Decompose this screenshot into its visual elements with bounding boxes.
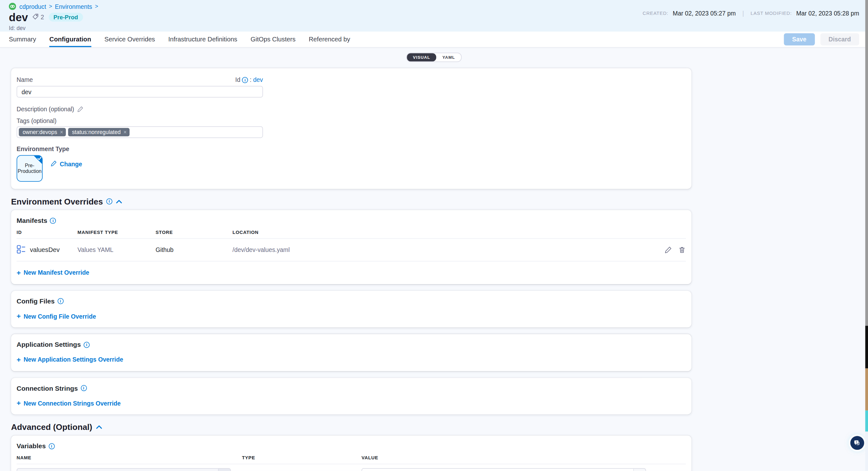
application-settings-title: Application Settings	[17, 341, 81, 349]
tab-configuration[interactable]: Configuration	[49, 32, 91, 47]
scrollbar-segment	[865, 411, 868, 432]
info-icon[interactable]	[81, 385, 87, 391]
info-icon[interactable]	[106, 198, 112, 204]
connection-strings-title: Connection Strings	[17, 384, 78, 392]
pin-icon[interactable]	[634, 469, 646, 471]
breadcrumb-link-environments[interactable]: Environments	[55, 3, 92, 10]
svg-text:?: ?	[856, 441, 857, 444]
chevron-up-icon[interactable]	[116, 199, 122, 204]
breadcrumb-separator-icon: >	[49, 3, 52, 9]
advanced-heading: Advanced (Optional)	[11, 422, 868, 432]
name-input[interactable]	[17, 86, 263, 98]
viewport: cdproduct > Environments > dev 2 Pre-Pro…	[0, 0, 868, 471]
tag-count: 2	[32, 13, 44, 21]
change-env-type-link[interactable]: Change	[50, 160, 82, 168]
environment-configuration-page: cdproduct > Environments > dev 2 Pre-Pro…	[0, 0, 868, 471]
id-colon: :	[250, 77, 251, 83]
breadcrumb-separator-icon: >	[95, 3, 98, 9]
scrollbar-segment	[865, 368, 868, 410]
info-icon[interactable]	[242, 77, 248, 83]
environment-overrides-heading: Environment Overrides	[11, 197, 868, 206]
chat-icon: ?	[853, 439, 861, 447]
application-settings-card: Application Settings + New Application S…	[11, 334, 691, 371]
tags-label: Tags (optional)	[17, 118, 686, 124]
tag-icon	[32, 13, 39, 21]
breadcrumb-link-project[interactable]: cdproduct	[19, 3, 46, 10]
variables-table-header: NAME TYPE VALUE	[17, 455, 686, 464]
entity-id: Id: dev	[9, 25, 859, 31]
manifests-card: Manifests ID MANIFEST TYPE STORE LOCATIO…	[11, 210, 691, 284]
close-icon[interactable]: ×	[124, 129, 127, 135]
tag-chip: status:nonregulated ×	[68, 128, 129, 136]
created-value: Mar 02, 2023 05:27 pm	[673, 10, 736, 17]
new-connection-strings-override-button[interactable]: + New Connection Strings Override	[17, 400, 121, 407]
tags-input[interactable]: owner:devops × status:nonregulated ×	[17, 126, 263, 138]
variables-card: Variables NAME TYPE VALUE String	[11, 436, 691, 471]
tag-chip: owner:devops ×	[19, 128, 66, 136]
info-icon[interactable]	[50, 217, 56, 224]
toggle-yaml[interactable]: YAML	[436, 53, 461, 61]
tab-gitops-clusters[interactable]: GitOps Clusters	[250, 32, 295, 47]
discard-button[interactable]: Discard	[820, 33, 859, 46]
tab-bar: Summary Configuration Service Overrides …	[0, 32, 868, 48]
variable-name-group	[17, 468, 231, 471]
manifests-title: Manifests	[17, 216, 48, 225]
close-icon[interactable]: ×	[60, 129, 63, 135]
manifest-icon	[17, 245, 26, 255]
modified-value: Mar 02, 2023 05:28 pm	[796, 10, 859, 17]
breadcrumb: cdproduct > Environments >	[9, 3, 859, 10]
info-icon[interactable]	[84, 342, 90, 347]
copy-icon[interactable]	[219, 469, 230, 471]
page-header: cdproduct > Environments > dev 2 Pre-Pro…	[0, 0, 868, 32]
scrollbar-segment	[865, 326, 868, 369]
pencil-icon	[50, 160, 57, 168]
manifest-table-row: valuesDev Values YAML Github /dev/dev-va…	[17, 239, 686, 261]
config-files-card: Config Files + New Config File Override	[11, 291, 691, 327]
tab-actions: Save Discard	[784, 32, 859, 47]
variable-row: String	[17, 468, 686, 471]
manifests-table-header: ID MANIFEST TYPE STORE LOCATION	[17, 230, 686, 238]
variable-value-input[interactable]	[362, 469, 634, 471]
view-toggle: VISUAL YAML	[406, 53, 462, 62]
info-icon[interactable]	[49, 443, 55, 449]
meta-divider: |	[742, 10, 744, 17]
new-application-settings-override-button[interactable]: + New Application Settings Override	[17, 356, 123, 363]
plus-icon: +	[17, 357, 21, 362]
tab-summary[interactable]: Summary	[9, 32, 36, 47]
scrollbar	[865, 0, 868, 471]
edit-description-icon[interactable]	[77, 106, 84, 113]
details-card: Name Id : dev Description (optional) Tag…	[11, 68, 691, 189]
plus-icon: +	[17, 313, 21, 319]
connection-strings-card: Connection Strings + New Connection Stri…	[11, 377, 691, 414]
help-chat-button[interactable]: ?	[850, 436, 864, 450]
chevron-up-icon[interactable]	[96, 424, 102, 429]
page-title: dev	[9, 12, 28, 23]
plus-icon: +	[17, 270, 21, 276]
timestamps: CREATED: Mar 02, 2023 05:27 pm | LAST MO…	[643, 10, 859, 17]
environment-type-label: Environment Type	[17, 146, 686, 152]
new-config-file-override-button[interactable]: + New Config File Override	[17, 313, 96, 319]
id-value-link[interactable]: dev	[253, 77, 263, 83]
delete-variable-icon[interactable]	[678, 470, 686, 471]
save-button[interactable]: Save	[784, 33, 815, 46]
id-group: Id : dev	[235, 77, 263, 83]
tab-service-overrides[interactable]: Service Overrides	[104, 32, 155, 47]
delete-manifest-icon[interactable]	[678, 246, 686, 254]
project-icon[interactable]	[9, 3, 16, 10]
variable-value-group	[361, 468, 646, 471]
env-type-card-preproduction[interactable]: Pre-Production	[17, 155, 43, 182]
variables-title: Variables	[17, 442, 46, 450]
scrollbar-segment	[865, 432, 868, 471]
info-icon[interactable]	[58, 298, 63, 304]
edit-variable-icon[interactable]	[664, 470, 672, 471]
variable-name-input[interactable]	[17, 469, 219, 471]
id-label: Id	[235, 77, 240, 83]
tab-infrastructure-definitions[interactable]: Infrastructure Definitions	[168, 32, 237, 47]
content-area: VISUAL YAML Name Id : dev Description (o…	[0, 48, 868, 471]
scrollbar-thumb[interactable]	[865, 0, 868, 326]
edit-manifest-icon[interactable]	[664, 246, 672, 254]
new-manifest-override-button[interactable]: + New Manifest Override	[17, 269, 89, 276]
tab-referenced-by[interactable]: Referenced by	[309, 32, 350, 47]
name-label: Name	[17, 77, 33, 83]
toggle-visual[interactable]: VISUAL	[407, 53, 436, 61]
